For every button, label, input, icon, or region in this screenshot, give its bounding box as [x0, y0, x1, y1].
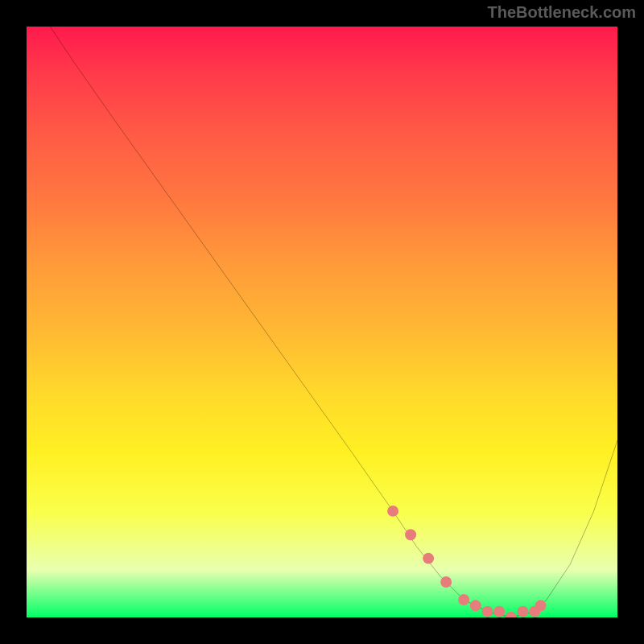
- marker-dot: [405, 529, 416, 540]
- marker-dot: [387, 506, 398, 517]
- marker-dot: [440, 576, 452, 588]
- chart-markers: [387, 506, 546, 617]
- marker-dot: [458, 594, 469, 605]
- marker-dot: [518, 606, 529, 617]
- chart-svg: [27, 27, 617, 617]
- marker-dot: [493, 606, 505, 617]
- marker-dot: [535, 600, 547, 611]
- plot-area: [27, 27, 617, 617]
- marker-dot: [470, 600, 481, 611]
- marker-dot: [482, 606, 493, 617]
- chart-curve: [50, 27, 617, 617]
- watermark-label: TheBottleneck.com: [488, 3, 636, 22]
- marker-dot: [423, 553, 434, 564]
- marker-dot: [506, 612, 517, 617]
